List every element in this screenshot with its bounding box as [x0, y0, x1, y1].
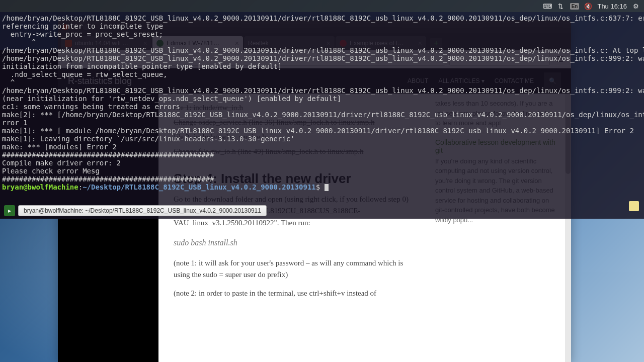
- terminal-line: Compile make driver error: 2: [2, 159, 121, 167]
- article-note-2: (note 2: in order to paste in the termin…: [174, 288, 415, 299]
- terminal-line: initialization from incompatible pointer…: [2, 62, 282, 70]
- keyboard-icon[interactable]: ⌨: [544, 2, 552, 10]
- terminal-line: Please check error Mesg: [2, 167, 100, 175]
- terminal-cursor: [325, 184, 329, 191]
- terminal-line: .ndo_select_queue = rtw_select_queue,: [2, 70, 168, 78]
- terminal-line: /home/bryan/Desktop/RTL8188C_8192C_USB_l…: [2, 14, 644, 22]
- terminal-line: ########################################…: [2, 151, 214, 159]
- sticky-note-icon[interactable]: [629, 201, 639, 211]
- terminal-window[interactable]: /home/bryan/Desktop/RTL8188C_8192C_USB_l…: [0, 12, 644, 219]
- terminal-line: ^: [2, 78, 15, 86]
- prompt-path: ~/Desktop/RTL8188C_8192C_USB_linux_v4.0.…: [83, 183, 316, 191]
- prompt-user: bryan@bwolfMachine: [2, 183, 78, 191]
- network-icon[interactable]: ⇅: [557, 2, 565, 10]
- language-indicator[interactable]: En: [570, 3, 580, 10]
- terminal-line: /home/bryan/Desktop/RTL8188C_8192C_USB_l…: [2, 46, 644, 54]
- terminal-line: referencing pointer to incomplete type: [2, 22, 163, 30]
- terminal-line: /home/bryan/Desktop/RTL8188C_8192C_USB_l…: [2, 86, 644, 95]
- terminal-line: make[2]: *** [/home/bryan/Desktop/RTL818…: [2, 111, 644, 119]
- terminal-line: /home/bryan/Desktop/RTL8188C_8192C_USB_l…: [2, 54, 644, 62]
- terminal-line: cc1: some warnings being treated as erro…: [2, 103, 180, 111]
- terminal-app-icon[interactable]: ▸: [4, 205, 15, 216]
- terminal-line: entry->write_proc = proc_set_sreset;: [2, 30, 163, 38]
- gear-icon[interactable]: ⚙: [632, 2, 640, 10]
- terminal-line: (near initialization for 'rtw_netdev_ops…: [2, 95, 341, 103]
- window-taskbar: ▸ bryan@bwolfMachine: ~/Desktop/RTL8188C…: [4, 205, 267, 217]
- gnome-menubar: ⌨ ⇅ En 🔇 Thu 16:16 ⚙: [0, 0, 644, 12]
- terminal-line: make[1]: Leaving directory `/usr/src/lin…: [2, 135, 295, 143]
- terminal-line: make: *** [modules] Error 2: [2, 143, 117, 151]
- clock[interactable]: Thu 16:16: [597, 3, 627, 10]
- article-note-1: (note 1: it will ask for your user's pas…: [174, 257, 415, 281]
- taskbar-window-title[interactable]: bryan@bwolfMachine: ~/Desktop/RTL8188C_8…: [18, 205, 267, 216]
- terminal-line: ########################################…: [2, 175, 214, 183]
- volume-icon[interactable]: 🔇: [584, 2, 592, 10]
- command-text: sudo bash install.sh: [174, 237, 415, 249]
- terminal-line: make[1]: *** [_module_/home/bryan/Deskto…: [2, 127, 634, 135]
- terminal-line: ^: [2, 38, 36, 46]
- terminal-line: rror 1: [2, 119, 28, 127]
